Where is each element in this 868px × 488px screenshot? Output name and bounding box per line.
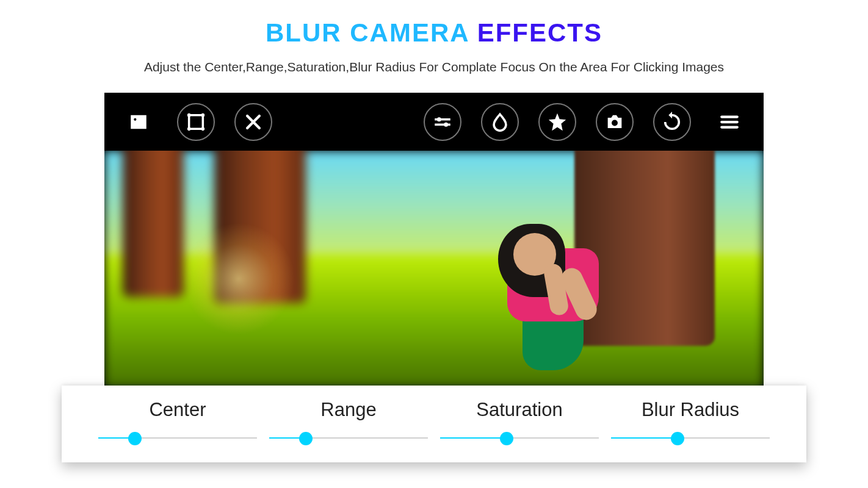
- slider-range: Range: [269, 399, 428, 444]
- slider-center-track[interactable]: [98, 432, 257, 444]
- slider-thumb[interactable]: [500, 432, 513, 445]
- slider-center: Center: [98, 399, 257, 444]
- svg-point-4: [201, 127, 205, 131]
- close-icon: [243, 112, 264, 132]
- slider-saturation: Saturation: [440, 399, 599, 444]
- refresh-button[interactable]: [653, 103, 691, 141]
- slider-blur-radius: Blur Radius: [611, 399, 770, 444]
- svg-point-5: [437, 117, 441, 121]
- preview-image: [104, 151, 764, 389]
- star-icon: [547, 112, 568, 132]
- svg-point-3: [187, 127, 191, 131]
- slider-blur-radius-track[interactable]: [611, 432, 770, 444]
- sliders-panel: Center Range Saturation Blur Radius: [62, 386, 806, 462]
- svg-point-0: [134, 118, 136, 120]
- svg-point-2: [201, 113, 205, 117]
- gallery-icon: [128, 112, 149, 132]
- camera-button[interactable]: [596, 103, 634, 141]
- title-part2: EFFECTS: [477, 18, 602, 47]
- toolbar: [104, 93, 764, 151]
- star-button[interactable]: [538, 103, 576, 141]
- close-button[interactable]: [234, 103, 272, 141]
- slider-range-track[interactable]: [269, 432, 428, 444]
- svg-point-1: [187, 113, 191, 117]
- adjust-button[interactable]: [424, 103, 461, 141]
- crop-button[interactable]: [177, 103, 215, 141]
- menu-icon: [719, 112, 740, 132]
- camera-icon: [604, 112, 625, 132]
- slider-label: Blur Radius: [611, 399, 770, 421]
- slider-label: Center: [98, 399, 257, 421]
- page-title: BLUR CAMERA EFFECTS: [0, 18, 868, 48]
- droplet-button[interactable]: [481, 103, 519, 141]
- slider-label: Saturation: [440, 399, 599, 421]
- slider-saturation-track[interactable]: [440, 432, 599, 444]
- slider-thumb[interactable]: [299, 432, 313, 445]
- droplet-icon: [490, 112, 510, 132]
- editor-card: [104, 93, 764, 389]
- menu-button[interactable]: [711, 103, 748, 141]
- slider-thumb[interactable]: [128, 432, 142, 445]
- svg-point-7: [612, 120, 618, 126]
- slider-label: Range: [269, 399, 428, 421]
- refresh-icon: [662, 112, 682, 132]
- gallery-button[interactable]: [120, 103, 157, 141]
- svg-point-6: [444, 122, 448, 126]
- title-part1: BLUR CAMERA: [266, 18, 477, 47]
- subtitle: Adjust the Center,Range,Saturation,Blur …: [0, 60, 868, 74]
- sliders-icon: [432, 112, 453, 132]
- crop-icon: [186, 112, 206, 132]
- slider-thumb[interactable]: [671, 432, 684, 445]
